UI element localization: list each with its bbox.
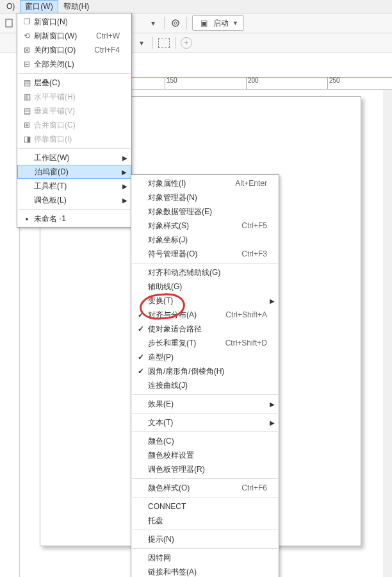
menu-unnamed-doc[interactable]: 未命名 -1 bbox=[17, 212, 131, 226]
ruler-tick: 150 bbox=[165, 78, 177, 89]
menu-internet[interactable]: 因特网 bbox=[131, 551, 279, 565]
menu-dockers[interactable]: 泊坞窗(D)▶ bbox=[17, 165, 131, 179]
menu-effects[interactable]: 效果(E)▶ bbox=[131, 397, 279, 411]
menu-object-data-manager[interactable]: 对象数据管理器(E) bbox=[131, 205, 279, 219]
crop-icon[interactable] bbox=[158, 37, 170, 49]
bullet-icon bbox=[20, 213, 34, 224]
separator bbox=[164, 17, 165, 29]
menu-join-curves[interactable]: 连接曲线(J) bbox=[131, 378, 279, 392]
chevron-right-icon: ▶ bbox=[122, 197, 127, 204]
menubar: O) 窗口(W) 帮助(H) bbox=[0, 0, 392, 13]
merge-icon: ⊞ bbox=[20, 119, 34, 131]
close-window-icon: ⊠ bbox=[20, 44, 34, 56]
menu-palette-manager[interactable]: 调色板管理器(R) bbox=[131, 462, 279, 476]
menu-hints[interactable]: 提示(N) bbox=[131, 532, 279, 546]
menu-object-properties[interactable]: 对象属性(I)Alt+Enter bbox=[131, 176, 279, 190]
menu-tile-v: ▤垂直平铺(V) bbox=[17, 104, 131, 118]
menu-tile-h: ▥水平平铺(H) bbox=[17, 90, 131, 104]
new-doc-icon[interactable] bbox=[4, 17, 15, 29]
separator bbox=[186, 17, 187, 29]
menu-dockers-submenu: 对象属性(I)Alt+Enter 对象管理器(N) 对象数据管理器(E) 对象样… bbox=[131, 174, 279, 577]
menu-text[interactable]: 文本(T)▶ bbox=[131, 415, 279, 430]
tile-v-icon: ▤ bbox=[20, 105, 34, 117]
menu-window-dropdown: ❐新窗口(N) ⟲刷新窗口(W)Ctrl+W ⊠关闭窗口(O)Ctrl+F4 ⊟… bbox=[17, 13, 132, 228]
launch-button[interactable]: ▣ 启动 ▼ bbox=[192, 15, 244, 31]
dock-icon: ◨ bbox=[20, 133, 34, 145]
dropdown2-icon[interactable]: ▾ bbox=[136, 37, 147, 49]
menu-corners[interactable]: 圆角/扇形角/倒棱角(H) bbox=[131, 364, 279, 378]
menu-item-help[interactable]: 帮助(H) bbox=[58, 0, 95, 13]
add-icon[interactable]: + bbox=[181, 37, 192, 49]
menu-align-guides[interactable]: 对齐和动态辅助线(G) bbox=[131, 265, 279, 280]
refresh-icon: ⟲ bbox=[20, 30, 34, 42]
menu-dock-window: ◨停靠窗口(I) bbox=[17, 132, 131, 146]
menu-close-all[interactable]: ⊟全部关闭(L) bbox=[17, 57, 131, 71]
menu-new-window[interactable]: ❐新窗口(N) bbox=[17, 15, 131, 29]
menu-tray[interactable]: 托盘 bbox=[131, 514, 279, 528]
launch-label: 启动 bbox=[213, 18, 229, 29]
chevron-right-icon: ▶ bbox=[270, 401, 275, 408]
chevron-right-icon: ▶ bbox=[270, 419, 275, 426]
dropdown-icon[interactable]: ▾ bbox=[147, 17, 159, 29]
chevron-right-icon: ▶ bbox=[270, 297, 275, 305]
menu-refresh-window[interactable]: ⟲刷新窗口(W)Ctrl+W bbox=[17, 29, 131, 43]
chevron-right-icon: ▶ bbox=[122, 183, 127, 190]
menu-color-styles[interactable]: 颜色样式(O)Ctrl+F6 bbox=[131, 481, 279, 495]
menu-close-window[interactable]: ⊠关闭窗口(O)Ctrl+F4 bbox=[17, 43, 131, 57]
menu-step-repeat[interactable]: 步长和重复(T)Ctrl+Shift+D bbox=[131, 336, 279, 350]
ruler-tick: 250 bbox=[327, 78, 340, 89]
scrollbar-vertical[interactable] bbox=[383, 90, 392, 577]
tile-h-icon: ▥ bbox=[20, 91, 34, 103]
svg-point-1 bbox=[172, 20, 179, 26]
new-window-icon: ❐ bbox=[20, 16, 34, 28]
menu-object-coords[interactable]: 对象坐标(J) bbox=[131, 233, 279, 247]
menu-transform[interactable]: 变换(T)▶ bbox=[131, 294, 279, 308]
check-icon bbox=[134, 351, 148, 363]
menu-cascade[interactable]: ▤层叠(C) bbox=[17, 76, 131, 90]
svg-point-2 bbox=[174, 22, 177, 24]
menu-workspace[interactable]: 工作区(W)▶ bbox=[17, 151, 131, 165]
menu-shaping[interactable]: 造型(P) bbox=[131, 350, 279, 364]
close-all-icon: ⊟ bbox=[20, 58, 34, 70]
menu-color[interactable]: 颜色(C) bbox=[131, 434, 279, 448]
menu-object-manager[interactable]: 对象管理器(N) bbox=[131, 190, 279, 205]
launch-icon: ▣ bbox=[198, 17, 209, 29]
svg-rect-0 bbox=[6, 19, 12, 27]
cascade-icon: ▤ bbox=[20, 77, 34, 88]
gear-icon[interactable] bbox=[170, 17, 181, 29]
chevron-right-icon: ▶ bbox=[122, 155, 127, 162]
menu-item-window[interactable]: 窗口(W) bbox=[20, 0, 58, 13]
menu-connect[interactable]: CONNECT bbox=[131, 499, 279, 514]
separator bbox=[175, 37, 176, 49]
menu-color-proof[interactable]: 颜色校样设置 bbox=[131, 448, 279, 462]
menu-toolbars[interactable]: 工具栏(T)▶ bbox=[17, 179, 131, 193]
menu-align-distribute[interactable]: 对齐与分布(A)Ctrl+Shift+A bbox=[131, 308, 279, 322]
check-icon bbox=[134, 323, 148, 335]
menu-object-styles[interactable]: 对象样式(S)Ctrl+F5 bbox=[131, 219, 279, 233]
chevron-right-icon: ▶ bbox=[122, 169, 127, 176]
menu-symbol-manager[interactable]: 符号管理器(O)Ctrl+F3 bbox=[131, 247, 279, 261]
chevron-down-icon: ▼ bbox=[233, 20, 238, 26]
menu-palettes[interactable]: 调色板(L)▶ bbox=[17, 193, 131, 207]
menu-fit-path[interactable]: 使对象适合路径 bbox=[131, 322, 279, 336]
menu-item-truncated[interactable]: O) bbox=[1, 1, 20, 12]
separator bbox=[152, 37, 153, 49]
menu-guidelines[interactable]: 辅助线(G) bbox=[131, 280, 279, 294]
menu-links-bookmarks[interactable]: 链接和书签(A) bbox=[131, 565, 279, 577]
check-icon bbox=[134, 309, 148, 321]
menu-merge-window: ⊞合并窗口(C) bbox=[17, 118, 131, 132]
ruler-tick: 200 bbox=[246, 78, 259, 89]
check-icon bbox=[134, 365, 148, 377]
